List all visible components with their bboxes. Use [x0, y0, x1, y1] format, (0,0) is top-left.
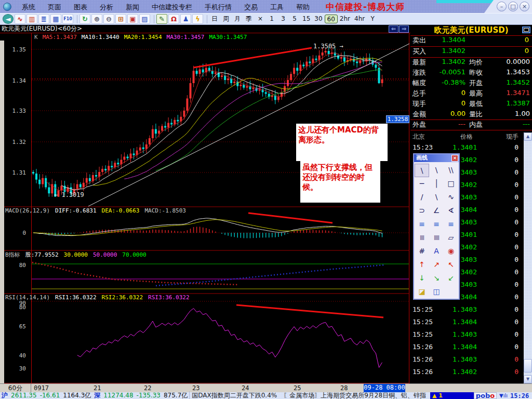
window-switch-icon[interactable]: ▨ [139, 14, 150, 24]
period-button-季[interactable]: 季 [243, 15, 255, 23]
trend-line-tool[interactable]: \ [415, 164, 429, 177]
fibo-time-tool[interactable]: ||||| [429, 231, 444, 245]
quote-value: 0 [426, 89, 466, 97]
period-button-月[interactable]: 月 [232, 15, 243, 23]
alarm-bell-icon[interactable]: Ω [168, 14, 179, 24]
menu-item-分析[interactable]: 分析 [94, 3, 119, 11]
quote-label: 卖出 [413, 36, 426, 45]
time-axis-label: 0917 [34, 384, 49, 392]
scroll-down-icon[interactable]: ▼ [524, 375, 532, 383]
tick-scrollbar[interactable]: ▲ ▼ [524, 132, 532, 383]
angle-tool[interactable]: ∠ [429, 204, 444, 218]
fibo-percent-tool[interactable]: ≡ [444, 218, 458, 231]
indicator-label: DIFF:-0.6831 [55, 207, 96, 214]
arc-tool[interactable]: ⊃ [415, 204, 429, 218]
menu-item-工具[interactable]: 工具 [264, 3, 290, 11]
arrow-down-left-tool[interactable]: ↙ [444, 272, 458, 285]
zoom-out-icon[interactable]: ⊖ [103, 14, 114, 24]
arrow-down-tool[interactable]: ↓ [415, 272, 429, 285]
arrow-up-tool[interactable]: ↑ [415, 258, 429, 272]
quote-row: 买入1.34020 [410, 47, 532, 58]
tick-column-header: 价格 [460, 132, 473, 141]
back-icon[interactable]: ◄ [3, 14, 14, 24]
percent-lines-tool[interactable]: ≡ [415, 218, 429, 231]
refresh-icon[interactable]: ↻ [79, 14, 90, 24]
text-tool[interactable]: A [429, 245, 444, 258]
ray-tool[interactable]: / [415, 191, 429, 204]
drag-hand-icon[interactable]: ⊞ [115, 14, 126, 24]
app-logo-icon [3, 3, 11, 11]
chart-region[interactable]: 欧元美元(EURUSD)<60分> ⇐ ⇒ KMA5:1.3437MA10:1.… [0, 25, 410, 383]
undo-list-tool[interactable]: ◫ [429, 285, 444, 299]
minimize-icon[interactable]: – [497, 2, 507, 11]
kline-chart-icon[interactable]: ▥ [26, 14, 37, 24]
period-button-日[interactable]: 日 [209, 15, 220, 23]
menu-item-手机行情[interactable]: 手机行情 [198, 3, 238, 11]
draw-line-icon[interactable]: ✎ [156, 14, 167, 24]
info-view-icon[interactable]: ▦ [50, 14, 61, 24]
zoom-in-icon[interactable]: ⊕ [91, 14, 102, 24]
quote-value: 1.3387 [490, 99, 530, 107]
status-bar: 沪2611.35-16.611164.3亿深11274.48-135.33875… [0, 392, 532, 399]
period-button-5[interactable]: 5 [289, 15, 300, 23]
pobo-logo-blue: pob [476, 392, 490, 399]
segment-tool[interactable]: \ [429, 164, 444, 177]
regression-tool[interactable]: # [415, 245, 429, 258]
period-button-周[interactable]: 周 [220, 15, 232, 23]
quote-value: -0.0051 [426, 68, 466, 76]
quote-list-icon[interactable]: ≣ [38, 14, 49, 24]
vertical-line-tool[interactable]: │ [429, 177, 444, 191]
lightning-icon[interactable]: ϟ [192, 14, 203, 24]
period-button-Y[interactable]: Y [367, 15, 378, 23]
annotation-note-support[interactable]: 虽然下行支撑线，但还没有到转空的时候。 [300, 161, 380, 203]
f10-icon[interactable]: F10 [62, 14, 73, 24]
period-button-60[interactable]: 60 [325, 15, 338, 23]
period-button-3[interactable]: 3 [277, 15, 289, 23]
menu-item-图表[interactable]: 图表 [68, 3, 94, 11]
menu-item-帮助[interactable]: 帮助 [290, 3, 316, 11]
menu-item-新闻[interactable]: 新闻 [119, 3, 145, 11]
horizontal-line-tool[interactable]: ─ [415, 177, 429, 191]
users-icon[interactable]: ♟ [180, 14, 191, 24]
period-button-4hr[interactable]: 4hr [352, 15, 367, 23]
wave-tool[interactable]: ∿ [444, 191, 458, 204]
rectangle-tool[interactable]: □ [444, 177, 458, 191]
palette-title-bar[interactable]: 画线 × [414, 154, 459, 162]
gann-percent-tool[interactable]: ≡ [429, 218, 444, 231]
restore-icon[interactable]: □ [508, 2, 518, 11]
menu-item-中信建投专栏[interactable]: 中信建投专栏 [145, 3, 198, 11]
tick-time: 15:25 [413, 305, 433, 313]
tick-column-header: 北京 [413, 132, 425, 141]
menu-item-系统[interactable]: 系统 [16, 3, 42, 11]
window-forward-icon[interactable]: ▣ [127, 14, 138, 24]
eraser-tool[interactable]: ◪ [415, 285, 429, 299]
polyline-tool[interactable]: \ [429, 191, 444, 204]
price-chart-canvas[interactable] [0, 25, 410, 383]
period-button-2hr[interactable]: 2hr [338, 15, 352, 23]
parallel-lines-tool[interactable]: \\ [444, 164, 458, 177]
arrow-up-left-tool[interactable]: ↖ [444, 258, 458, 272]
alert-badge[interactable]: ▲ 1 [430, 392, 474, 399]
channel-tool[interactable]: ▱ [444, 231, 458, 245]
palette-title: 画线 [416, 154, 428, 161]
indicator-label: RSI3:36.0322 [148, 294, 189, 301]
period-button-15[interactable]: 15 [300, 15, 312, 23]
time-ruler-tool[interactable]: |||| [415, 231, 429, 245]
menu-item-交易[interactable]: 交易 [238, 3, 264, 11]
arrow-down-right-tool[interactable]: ↘ [429, 272, 444, 285]
gann-fan-tool[interactable]: ∢ [444, 204, 458, 218]
trend-chart-icon[interactable]: ∿ [15, 14, 25, 24]
arrow-up-right-tool[interactable]: ↗ [429, 258, 444, 272]
period-button-1[interactable]: 1 [266, 15, 277, 23]
scrollbar-thumb[interactable] [524, 359, 532, 373]
tick-volume: 0 [498, 168, 518, 176]
close-icon[interactable]: × [451, 155, 458, 162]
period-button-30[interactable]: 30 [312, 15, 324, 23]
close-icon[interactable]: × [520, 2, 529, 11]
annotation-note-macd[interactable]: 这儿还有个MACD的背离形态。 [296, 124, 388, 161]
panel-window-icon[interactable] [522, 26, 530, 33]
cycle-circle-tool[interactable]: ◉ [444, 245, 458, 258]
menu-item-页面[interactable]: 页面 [42, 3, 68, 11]
scroll-up-icon[interactable]: ▲ [524, 132, 532, 141]
period-button-×[interactable]: × [255, 15, 266, 23]
